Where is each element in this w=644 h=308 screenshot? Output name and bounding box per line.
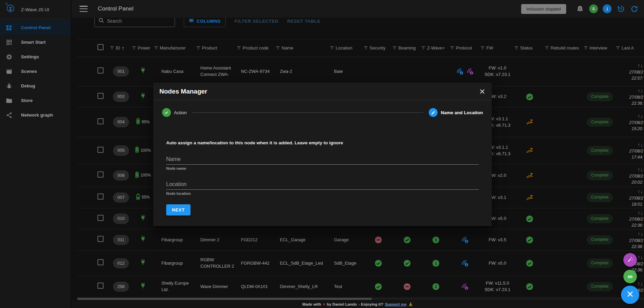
magic-wand-icon xyxy=(627,256,634,264)
dialog-title: Nodes Manager xyxy=(159,88,207,95)
stepper: Action Name and Location xyxy=(153,100,492,125)
nodes-manager-dialog: Nodes Manager Action Name and Location A… xyxy=(153,83,492,226)
step-action[interactable]: Action xyxy=(162,108,187,117)
step-complete-icon xyxy=(162,108,171,117)
name-input[interactable] xyxy=(166,155,479,165)
dialog-body: Auto assign a name/location to this node… xyxy=(153,140,492,215)
location-input[interactable] xyxy=(166,180,479,190)
name-field-hint: Node name xyxy=(166,166,479,170)
step-name-location-label: Name and Location xyxy=(441,110,483,115)
auto-inclusion-fab[interactable] xyxy=(623,253,637,267)
name-field: Node name xyxy=(166,155,479,170)
location-field: Node location xyxy=(166,180,479,196)
step-edit-icon xyxy=(429,108,438,117)
close-x-icon xyxy=(626,290,634,300)
dialog-header: Nodes Manager xyxy=(153,83,492,100)
loop-inclusion-fab[interactable]: ∞ xyxy=(623,270,637,283)
stepper-divider xyxy=(192,112,424,113)
next-button[interactable]: NEXT xyxy=(166,204,191,215)
location-field-hint: Node location xyxy=(166,191,479,196)
step-action-label: Action xyxy=(174,110,187,115)
step-name-location[interactable]: Name and Location xyxy=(429,108,483,117)
stop-inclusion-fab[interactable] xyxy=(621,286,639,304)
close-icon[interactable] xyxy=(479,88,486,95)
dialog-description: Auto assign a name/location to this node… xyxy=(166,140,479,145)
infinity-icon: ∞ xyxy=(628,272,633,281)
